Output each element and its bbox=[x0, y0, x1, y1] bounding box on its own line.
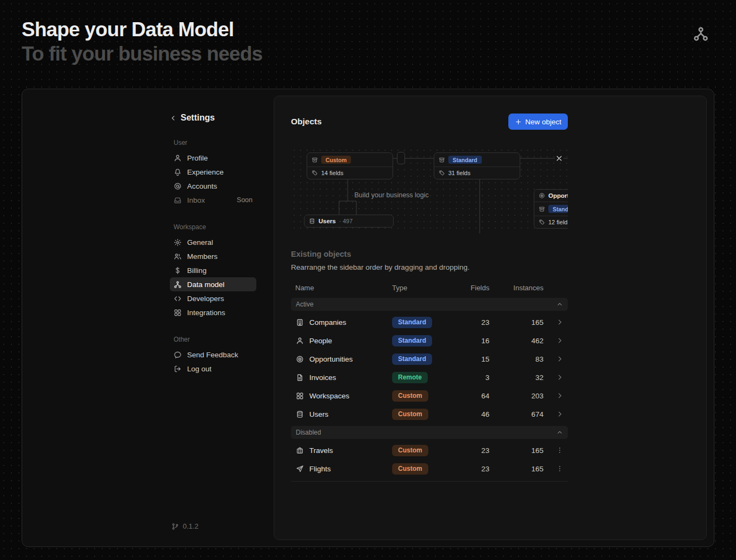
row-name: Workspaces bbox=[309, 392, 349, 400]
target-icon bbox=[296, 355, 304, 363]
chevron-right-icon[interactable] bbox=[556, 392, 563, 399]
hero: Shape your Data Model To fit your busine… bbox=[22, 18, 262, 65]
user-icon bbox=[174, 154, 182, 162]
table-row-travels[interactable]: Travels Custom 23 165 bbox=[291, 441, 568, 459]
type-badge: Custom bbox=[392, 445, 428, 456]
nav-label: Members bbox=[187, 252, 217, 261]
nav-label: Developers bbox=[187, 295, 224, 303]
chevron-right-icon[interactable] bbox=[556, 410, 563, 418]
chevron-right-icon[interactable] bbox=[556, 374, 563, 381]
table-row-people[interactable]: People Standard 16 462 bbox=[291, 331, 568, 350]
data-model-diagram[interactable]: Custom 14 fields Standard bbox=[291, 147, 568, 234]
tag-icon bbox=[539, 219, 545, 225]
nav-label: General bbox=[187, 238, 213, 246]
sidebar-item-members[interactable]: Members bbox=[170, 249, 256, 263]
group-active[interactable]: Active bbox=[291, 298, 568, 311]
col-instances: Instances bbox=[489, 284, 543, 292]
standard-badge: Standard bbox=[448, 156, 482, 164]
code-icon bbox=[174, 295, 182, 303]
sidebar-item-inbox: Inbox Soon bbox=[170, 193, 256, 207]
table-row-opportunities[interactable]: Opportunities Standard 15 83 bbox=[291, 350, 568, 368]
type-badge: Standard bbox=[392, 317, 432, 328]
diagram-node-standard[interactable]: Standard 31 fields bbox=[434, 152, 520, 179]
table-row-flights[interactable]: Flights Custom 23 165 bbox=[291, 459, 568, 478]
objects-title: Objects bbox=[291, 117, 322, 126]
row-name: Flights bbox=[309, 465, 331, 473]
page-subtitle: To fit your business needs bbox=[22, 43, 262, 65]
node-label: Users bbox=[319, 218, 336, 224]
nav-label: Integrations bbox=[187, 309, 226, 317]
sidebar-item-experience[interactable]: Experience bbox=[170, 165, 256, 179]
instances-count: 462 bbox=[489, 337, 543, 345]
plane-icon bbox=[296, 465, 304, 473]
grid-icon bbox=[174, 309, 182, 317]
chat-icon bbox=[174, 351, 182, 359]
table-row-users[interactable]: Users Custom 46 674 bbox=[291, 405, 568, 423]
type-badge: Custom bbox=[392, 463, 428, 475]
table-row-workspaces[interactable]: Workspaces Custom 64 203 bbox=[291, 386, 568, 405]
col-fields: Fields bbox=[455, 284, 489, 292]
nav-label: Inbox bbox=[187, 196, 205, 204]
panel-header: Objects New object bbox=[291, 114, 568, 130]
edge-joint[interactable] bbox=[397, 152, 405, 164]
sidebar-item-profile[interactable]: Profile bbox=[170, 151, 256, 165]
sidebar-item-developers[interactable]: Developers bbox=[170, 291, 256, 305]
type-badge: Custom bbox=[392, 390, 428, 402]
nav-label: Log out bbox=[187, 365, 211, 373]
kebab-menu-icon[interactable] bbox=[556, 465, 563, 472]
sidebar-item-log-out[interactable]: Log out bbox=[170, 362, 256, 376]
sidebar-item-billing[interactable]: Billing bbox=[170, 263, 256, 277]
table-header: Name Type Fields Instances bbox=[291, 280, 568, 295]
sidebar-item-send-feedback[interactable]: Send Feedback bbox=[170, 348, 256, 362]
chevron-right-icon[interactable] bbox=[556, 318, 563, 326]
chevron-up-icon bbox=[556, 429, 563, 436]
sidebar-item-general[interactable]: General bbox=[170, 235, 256, 249]
chevron-right-icon[interactable] bbox=[556, 355, 563, 363]
instances-count: 83 bbox=[489, 355, 543, 363]
fields-label: 14 fields bbox=[321, 170, 343, 176]
group-disabled[interactable]: Disabled bbox=[291, 426, 568, 439]
fields-count: 46 bbox=[455, 410, 489, 418]
group-label: Disabled bbox=[296, 429, 321, 436]
table-row-invoices[interactable]: Invoices Remote 3 32 bbox=[291, 368, 568, 386]
nav-label: Profile bbox=[187, 154, 208, 162]
fields-count: 23 bbox=[455, 318, 489, 326]
group-label: Active bbox=[296, 301, 314, 308]
nav-label: Data model bbox=[187, 281, 224, 289]
type-badge: Custom bbox=[392, 409, 428, 420]
tag-icon bbox=[311, 170, 318, 176]
bell-icon bbox=[174, 168, 182, 176]
github-icon bbox=[171, 523, 179, 530]
section-label-other: Other bbox=[174, 336, 256, 343]
user-icon bbox=[296, 337, 304, 345]
diagram-node-users[interactable]: Users 497 bbox=[304, 215, 394, 228]
new-object-button[interactable]: New object bbox=[508, 114, 568, 130]
logout-icon bbox=[174, 365, 182, 373]
row-name: Users bbox=[309, 410, 328, 418]
col-name: Name bbox=[291, 284, 387, 292]
instances-count: 674 bbox=[489, 410, 543, 418]
settings-sidebar: Settings User Profile Experience Account… bbox=[22, 89, 274, 546]
instances-count: 32 bbox=[489, 374, 543, 382]
chevron-right-icon[interactable] bbox=[556, 337, 563, 344]
fields-count: 64 bbox=[455, 392, 489, 400]
chevron-up-icon bbox=[556, 301, 563, 308]
kebab-menu-icon[interactable] bbox=[556, 446, 563, 454]
section-label-user: User bbox=[174, 139, 256, 146]
settings-back-button[interactable]: Settings bbox=[170, 113, 256, 123]
diagram-node-custom[interactable]: Custom 14 fields bbox=[307, 152, 393, 179]
sidebar-item-data-model[interactable]: Data model bbox=[170, 277, 256, 291]
nav-label: Accounts bbox=[187, 182, 217, 190]
section-other: Other Send Feedback Log out bbox=[170, 336, 256, 376]
target-icon bbox=[539, 192, 545, 199]
diagram-node-opportunities[interactable]: Opportunities Standard 12 fields bbox=[534, 189, 568, 229]
row-name: Travels bbox=[309, 446, 333, 455]
table-row-companies[interactable]: Companies Standard 23 165 bbox=[291, 313, 568, 331]
building-icon bbox=[296, 318, 304, 326]
sidebar-item-integrations[interactable]: Integrations bbox=[170, 305, 256, 319]
close-icon[interactable] bbox=[555, 154, 563, 163]
col-type: Type bbox=[387, 284, 455, 292]
fields-count: 16 bbox=[455, 337, 489, 345]
sidebar-item-accounts[interactable]: Accounts bbox=[170, 179, 256, 193]
box-icon bbox=[439, 157, 445, 163]
